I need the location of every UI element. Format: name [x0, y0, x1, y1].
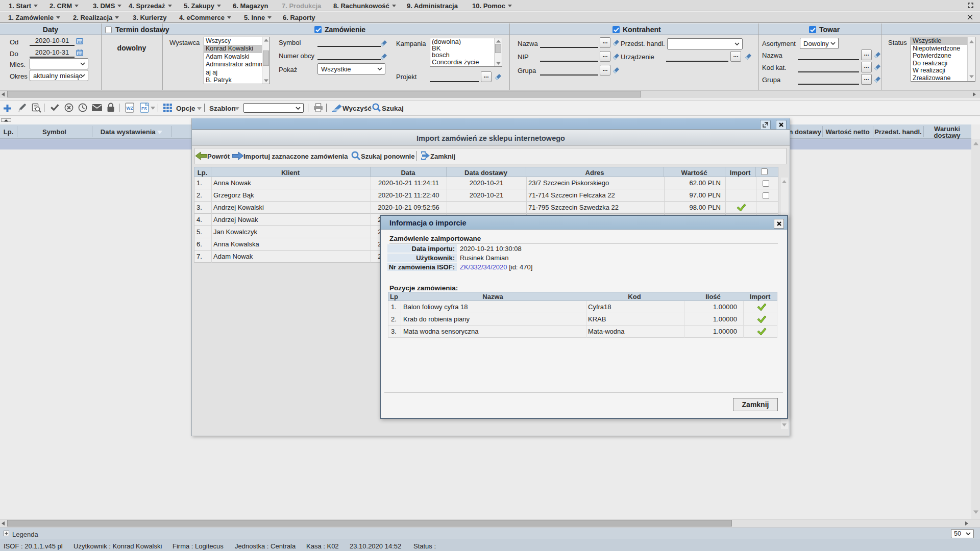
svg-text:FS: FS [141, 106, 147, 111]
svg-text:WZ: WZ [126, 106, 133, 111]
